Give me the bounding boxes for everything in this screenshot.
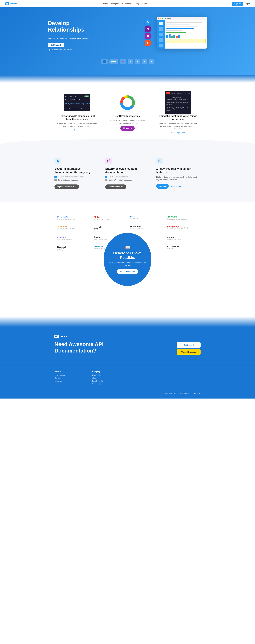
mockup-line-1 (166, 22, 202, 23)
tab-ruby[interactable]: Ruby (74, 96, 77, 97)
footer-columns: Product Documentation Metrics Enterprise… (55, 371, 200, 386)
mockup-sidebar-icon-4 (159, 38, 163, 42)
zenefits-logo: ⚡ zenefits (57, 225, 67, 228)
svg-rect-1 (6, 4, 8, 4)
enterprise-scale-title: Enterprise scale, custom documentation. (105, 167, 150, 174)
customer-yelp: yelp★ Yelp Developer Portal (91, 213, 128, 223)
mockup-titlebar: mixpanel (157, 17, 207, 20)
svg-point-11 (160, 160, 160, 161)
flexport-sub: Flexport API Docs (94, 238, 107, 240)
readme-enterprise-button[interactable]: ReadMe Enterprise (105, 184, 126, 189)
blob-title: Developers love ReadMe. (109, 251, 146, 260)
mixpanel-sub: Mixpanel Developer Docs (57, 238, 75, 240)
goodcode-sub: GoodCode Docs (130, 228, 143, 230)
nav-actions: Sign Up Log In (232, 2, 250, 6)
nav-login-button[interactable]: Log In (245, 3, 250, 5)
trial-signup-button[interactable]: Sign Up (156, 184, 169, 188)
mockup-body (157, 20, 207, 48)
footer-link-knowledge-base[interactable]: Knowledge Base (92, 380, 125, 382)
pricing-plans-link[interactable]: Pricing Plans (171, 185, 182, 187)
enterprise-docs-card: Beautiful, interactive, documentation th… (55, 155, 99, 192)
sidebar-metrics-icon[interactable] (145, 33, 151, 39)
footer-contact-link[interactable]: Contact Us (193, 393, 200, 394)
hero-subtitle: Beautiful, personalized, interactive dev… (48, 37, 90, 40)
customer-mixpanel: mixpanel Mixpanel Developer Docs (55, 233, 91, 243)
customer-rapyd: Rapyd Rapyd (55, 243, 91, 254)
footer-inner: Product Documentation Metrics Enterprise… (55, 371, 200, 394)
customer-addepar: ▲ ADDEPAR Addepar (164, 243, 200, 254)
footer-link-about[interactable]: About (92, 377, 125, 379)
tab-node[interactable]: Node (70, 96, 73, 97)
nav-product[interactable]: Product (102, 3, 108, 5)
branch-logo: branch (167, 236, 174, 238)
hero-section: Develop Relationships Beautiful, persona… (0, 8, 255, 75)
company-logo-3: lyft (120, 59, 126, 64)
cta-logo: readme (55, 335, 200, 338)
nav-links: Product Enterprise Customers Pricing Abo… (102, 3, 147, 5)
error-mockup: 404 Request Response Share ↗ { "error": … (165, 91, 191, 114)
footer-link-hiring[interactable]: We're Hiring (92, 383, 125, 385)
crowdstrike-sub: CrowdStrike Developer Portal (167, 227, 188, 229)
nav-enterprise[interactable]: Enterprise (111, 3, 119, 5)
company-logo-5: ••• (135, 59, 140, 64)
pagerduty-sub: PagerDuty Knowledge Base (167, 218, 187, 220)
nav-logo[interactable]: readme (5, 2, 17, 5)
sidebar-try-it-icon[interactable] (145, 40, 151, 46)
blob-desc: Over 4,000 businesses have the documenta… (109, 262, 146, 266)
tab-request[interactable]: Request (171, 92, 175, 94)
pagerduty-logo: PagerDuty (167, 216, 177, 218)
nav-pricing[interactable]: Pricing (134, 3, 139, 5)
cta-logo-text: readme (60, 335, 67, 338)
sidebar-docs-icon[interactable] (145, 19, 151, 25)
customer-zenefits: ⚡ zenefits Zenefits Developer Docs (55, 223, 91, 233)
svg-rect-13 (55, 336, 57, 337)
mockup-inner-sidebar (157, 20, 165, 48)
explore-docs-button[interactable]: Explore Documentation (55, 184, 79, 189)
feature-3-link[interactable]: View All Logs Error → (169, 132, 187, 134)
footer-link-documentation[interactable]: Documentation (55, 374, 87, 376)
branch-sub: Branch Help Center (167, 238, 181, 240)
feature-1-link[interactable]: Try It → (74, 129, 80, 131)
mockup-sidebar-icon-2 (159, 27, 163, 31)
share-link[interactable]: Share ↗ (185, 93, 190, 94)
blob-emoji: 📖 (125, 245, 130, 250)
footer-privacy-link[interactable]: Privacy Policy (180, 393, 189, 394)
footer-link-enterprise[interactable]: Enterprise (55, 380, 87, 382)
footer-link-readme-blog[interactable]: ReadMe Blog (92, 374, 125, 376)
nav-signup-button[interactable]: Sign Up (232, 2, 243, 6)
customer-goodcode: GoodCode GoodCode Docs (128, 223, 164, 233)
mockup-line-blue (166, 28, 194, 29)
cta-get-started-button[interactable]: Get Started (177, 342, 200, 348)
company-logo-7: ✦ (149, 59, 154, 64)
nav-customers[interactable]: Customers (122, 3, 131, 5)
feature-3-visual: 404 Request Response Share ↗ { "error": … (158, 93, 198, 112)
feature-1-visual: cURL Node Ruby Try It curl --request GET… (57, 93, 97, 112)
metrics-button[interactable]: 📊 Metrics (120, 126, 135, 131)
feature-1-title: Try working API examples right from the … (57, 114, 97, 121)
docs-icon (55, 158, 61, 164)
cta-inner: readme Need Awesome API Documentation? G… (55, 335, 200, 354)
cta-upload-swagger-button[interactable]: Upload Swagger (177, 349, 200, 354)
svg-point-8 (123, 98, 132, 107)
cta-logo-icon (55, 335, 59, 338)
tab-curl[interactable]: cURL (65, 96, 69, 97)
read-stories-button[interactable]: Read Their Stories (117, 269, 138, 274)
try-it-badge[interactable]: Try It (85, 96, 89, 97)
wave-transition (0, 75, 255, 83)
sidebar-api-logs-icon[interactable] (145, 26, 151, 32)
yelp-sub: Yelp Developer Portal (94, 218, 109, 220)
tab-response[interactable]: Response (176, 92, 182, 94)
feature-icon-4 (105, 179, 107, 181)
customer-jl: ((·)) JL JL Docs (91, 223, 128, 233)
footer-terms-link[interactable]: Terms of Service (165, 393, 176, 394)
nav-about[interactable]: About (142, 3, 147, 5)
svg-rect-0 (6, 3, 8, 3)
mockup-line-3 (166, 26, 198, 27)
footer-link-metrics[interactable]: Metrics (55, 377, 87, 379)
enterprise-section: Beautiful, interactive, documentation th… (0, 144, 255, 202)
footer-link-pricing[interactable]: Pricing (55, 383, 87, 385)
hero-get-started-button[interactable]: Get Started (48, 42, 64, 47)
cta-buttons: Get Started Upload Swagger (177, 341, 200, 354)
feature-3-title: Doing the right thing when things go wro… (158, 114, 198, 121)
company-logo-4: Ui (128, 59, 133, 64)
